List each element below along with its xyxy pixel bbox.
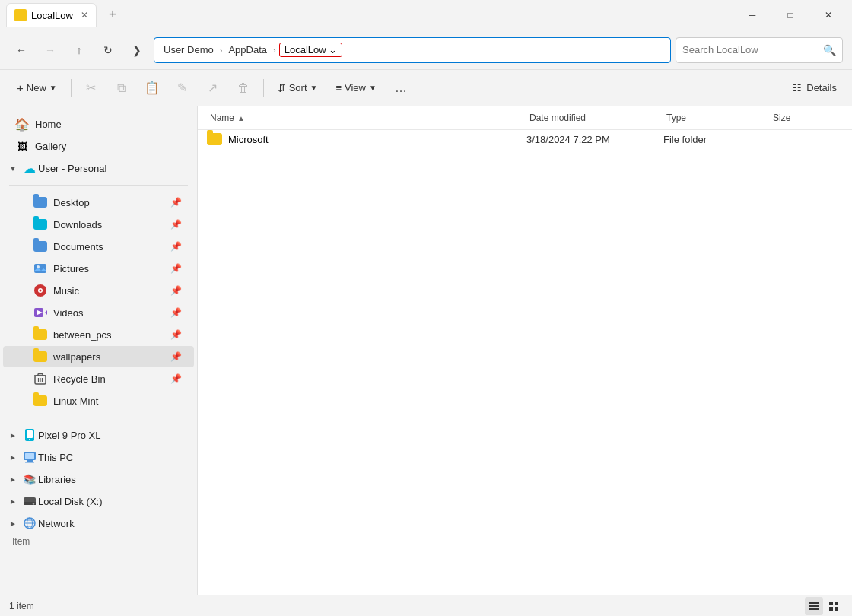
sidebar-item-wallpapers[interactable]: wallpapers 📌 xyxy=(3,346,194,367)
expand-address-button[interactable]: ❯ xyxy=(125,38,149,62)
new-dropdown-icon: ▼ xyxy=(49,84,57,92)
desktop-icon xyxy=(33,195,47,209)
pictures-icon xyxy=(33,262,47,275)
network-icon xyxy=(23,516,37,530)
close-button[interactable]: ✕ xyxy=(811,3,846,27)
search-input[interactable] xyxy=(682,44,820,56)
main-area: 🏠 Home 🖼 Gallery ▼ ☁ User - Personal Des… xyxy=(0,106,852,595)
local-disk-icon xyxy=(23,494,37,508)
title-bar: LocalLow ✕ + ─ □ ✕ xyxy=(0,0,852,30)
sidebar-item-this-pc[interactable]: ► This PC xyxy=(3,446,194,468)
details-button[interactable]: ☷ Details xyxy=(787,78,843,97)
sidebar-item-linux-mint[interactable]: Linux Mint xyxy=(3,390,194,411)
sidebar-item-home[interactable]: 🏠 Home xyxy=(3,113,194,135)
search-box[interactable]: 🔍 xyxy=(676,37,843,63)
cut-button[interactable]: ✂ xyxy=(78,75,105,102)
videos-pin: 📌 xyxy=(170,307,182,318)
toolbar-sep-2 xyxy=(263,79,264,97)
share-button[interactable]: ↗ xyxy=(199,75,227,102)
window-tab[interactable]: LocalLow ✕ xyxy=(6,3,97,27)
svg-point-4 xyxy=(40,290,42,292)
linux-mint-icon xyxy=(33,394,47,408)
folder-icon xyxy=(207,133,222,145)
breadcrumb-sep-1: › xyxy=(220,46,223,55)
toolbar: + New ▼ ✂ ⧉ 📋 ✎ ↗ 🗑 ⇵ Sort ▼ ≡ View ▼ … … xyxy=(0,70,852,106)
rename-button[interactable]: ✎ xyxy=(169,75,196,102)
col-name[interactable]: Name ▲ xyxy=(207,111,526,125)
new-tab-button[interactable]: + xyxy=(103,4,123,26)
sort-icon: ⇵ xyxy=(278,82,286,94)
sidebar-divider-2 xyxy=(9,418,188,418)
sidebar-item-desktop[interactable]: Desktop 📌 xyxy=(3,192,194,213)
details-icon: ☷ xyxy=(793,82,802,94)
videos-icon xyxy=(33,306,47,319)
downloads-icon xyxy=(33,218,47,231)
refresh-button[interactable]: ↻ xyxy=(96,38,120,62)
network-expand: ► xyxy=(9,519,21,528)
svg-rect-33 xyxy=(829,607,833,611)
table-row[interactable]: Microsoft 3/18/2024 7:22 PM File folder xyxy=(198,130,852,148)
file-type: File folder xyxy=(663,134,770,145)
sidebar-item-pixel9[interactable]: ► Pixel 9 Pro XL xyxy=(3,424,194,446)
content-area: Name ▲ Date modified Type Size Microsoft… xyxy=(198,106,852,595)
list-view-icon xyxy=(808,600,820,612)
up-button[interactable]: ↑ xyxy=(67,38,91,62)
sidebar-item-gallery[interactable]: 🖼 Gallery xyxy=(3,135,194,157)
col-extra xyxy=(846,111,852,125)
maximize-button[interactable]: □ xyxy=(773,3,808,27)
this-pc-icon xyxy=(23,450,37,464)
svg-rect-19 xyxy=(25,462,34,463)
home-icon: 🏠 xyxy=(15,117,29,131)
detail-view-button[interactable] xyxy=(825,597,843,615)
col-date[interactable]: Date modified xyxy=(526,111,663,125)
desktop-pin: 📌 xyxy=(170,197,182,208)
address-bar: ← → ↑ ↻ ❯ User Demo › AppData › LocalLow… xyxy=(0,30,852,70)
wallpapers-pin: 📌 xyxy=(170,351,182,362)
col-size[interactable]: Size xyxy=(770,111,846,125)
sidebar-item-videos[interactable]: Videos 📌 xyxy=(3,302,194,323)
minimize-button[interactable]: ─ xyxy=(735,3,770,27)
sidebar-item-pictures[interactable]: Pictures 📌 xyxy=(3,258,194,279)
svg-rect-28 xyxy=(809,602,819,604)
sidebar-item-network[interactable]: ► Network xyxy=(3,513,194,534)
copy-button[interactable]: ⧉ xyxy=(108,75,135,102)
more-button[interactable]: … xyxy=(387,75,415,102)
svg-point-15 xyxy=(29,439,30,440)
sidebar-item-between-pcs[interactable]: between_pcs 📌 xyxy=(3,324,194,345)
new-button[interactable]: + New ▼ xyxy=(9,75,65,102)
sidebar-item-music[interactable]: Music 📌 xyxy=(3,280,194,301)
between-pcs-icon xyxy=(33,328,47,341)
status-count: 1 item xyxy=(9,601,799,611)
sidebar-item-downloads[interactable]: Downloads 📌 xyxy=(3,214,194,235)
sidebar-item-libraries[interactable]: ► 📚 Libraries xyxy=(3,468,194,490)
paste-button[interactable]: 📋 xyxy=(138,75,166,102)
documents-pin: 📌 xyxy=(170,241,182,252)
between-pcs-pin: 📌 xyxy=(170,329,182,340)
sort-dropdown-icon: ▼ xyxy=(310,84,318,92)
sidebar-divider-1 xyxy=(9,185,188,186)
list-view-button[interactable] xyxy=(805,597,823,615)
forward-button[interactable]: → xyxy=(38,38,62,62)
wallpapers-icon xyxy=(33,350,47,364)
breadcrumb-sep-2: › xyxy=(273,46,276,55)
col-type[interactable]: Type xyxy=(663,111,770,125)
sidebar-bottom-item: Item xyxy=(0,535,197,548)
tab-folder-icon xyxy=(14,9,27,21)
breadcrumb-user-demo[interactable]: User Demo xyxy=(161,43,217,57)
sidebar: 🏠 Home 🖼 Gallery ▼ ☁ User - Personal Des… xyxy=(0,106,198,595)
sidebar-item-local-disk[interactable]: ► Local Disk (X:) xyxy=(3,491,194,512)
sidebar-item-recycle-bin[interactable]: Recycle Bin 📌 xyxy=(3,368,194,389)
view-toggle xyxy=(805,597,843,615)
delete-button[interactable]: 🗑 xyxy=(230,75,257,102)
breadcrumb-localLow[interactable]: LocalLow ⌄ xyxy=(279,43,343,57)
sort-button[interactable]: ⇵ Sort ▼ xyxy=(270,75,326,102)
tab-close-btn[interactable]: ✕ xyxy=(81,10,88,21)
status-bar: 1 item xyxy=(0,595,852,616)
sidebar-item-user-personal[interactable]: ▼ ☁ User - Personal xyxy=(3,157,194,179)
sidebar-item-documents[interactable]: Documents 📌 xyxy=(3,236,194,257)
file-date: 3/18/2024 7:22 PM xyxy=(526,134,663,145)
view-button[interactable]: ≡ View ▼ xyxy=(328,75,383,102)
back-button[interactable]: ← xyxy=(9,38,33,62)
breadcrumb-appdata[interactable]: AppData xyxy=(225,43,270,57)
column-headers: Name ▲ Date modified Type Size xyxy=(198,106,852,130)
